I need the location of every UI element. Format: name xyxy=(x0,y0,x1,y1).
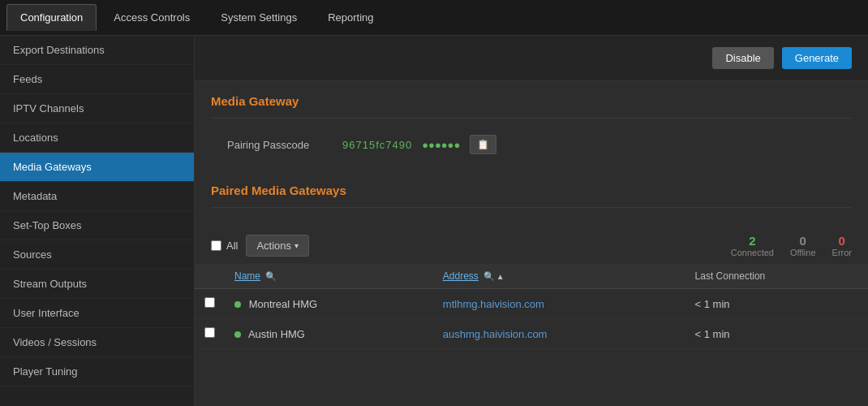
paired-gateways-section: Paired Media Gateways xyxy=(195,171,868,227)
sort-address-link[interactable]: Address xyxy=(443,270,479,282)
row2-name: Austin HMG xyxy=(248,328,305,340)
pairing-passcode-row: Pairing Passcode 96715fc7490 ●●●●●● 📋 xyxy=(211,132,852,164)
connected-count: 2 xyxy=(731,234,774,248)
actions-label: Actions xyxy=(256,240,291,252)
select-all-checkbox[interactable] xyxy=(211,240,221,251)
row1-name: Montreal HMG xyxy=(249,298,318,310)
disable-button[interactable]: Disable xyxy=(712,47,773,69)
sidebar-item-iptv-channels[interactable]: IPTV Channels xyxy=(0,94,194,123)
sidebar-item-stream-outputs[interactable]: Stream Outputs xyxy=(0,270,194,299)
table-header: Name 🔍 Address 🔍 ▲ Last Connection xyxy=(195,264,868,289)
tab-system-settings[interactable]: System Settings xyxy=(207,4,311,31)
th-address: Address 🔍 ▲ xyxy=(433,264,685,289)
main-content: Disable Generate Media Gateway Pairing P… xyxy=(195,36,868,406)
stat-offline: 0 Offline xyxy=(790,234,816,257)
sort-asc-icon: ▲ xyxy=(496,272,505,281)
row2-address-link[interactable]: aushmg.haivision.com xyxy=(443,328,548,340)
row2-status-dot xyxy=(234,331,241,338)
offline-count: 0 xyxy=(790,234,816,248)
search-name-icon[interactable]: 🔍 xyxy=(265,271,277,282)
row1-name-cell: Montreal HMG xyxy=(225,289,433,319)
sidebar-item-set-top-boxes[interactable]: Set-Top Boxes xyxy=(0,211,194,240)
paired-gateways-title: Paired Media Gateways xyxy=(211,184,852,197)
table-body: Montreal HMG mtlhmg.haivision.com < 1 mi… xyxy=(195,289,868,349)
media-gateway-title: Media Gateway xyxy=(211,94,852,108)
all-label: All xyxy=(226,240,238,252)
section-divider xyxy=(211,118,852,119)
row1-address-link[interactable]: mtlhmg.haivision.com xyxy=(443,298,544,310)
row1-address-cell: mtlhmg.haivision.com xyxy=(433,289,685,319)
sidebar-item-feeds[interactable]: Feeds xyxy=(0,65,194,94)
error-count: 0 xyxy=(832,234,852,248)
row1-checkbox[interactable] xyxy=(204,297,215,308)
th-checkbox xyxy=(195,264,225,289)
th-name: Name 🔍 xyxy=(225,264,433,289)
sort-name-link[interactable]: Name xyxy=(234,270,260,282)
actions-caret-icon: ▾ xyxy=(294,241,299,250)
row1-checkbox-cell xyxy=(195,289,225,319)
checkbox-all-container: All xyxy=(211,240,238,252)
tab-configuration[interactable]: Configuration xyxy=(6,4,97,31)
sidebar-item-locations[interactable]: Locations xyxy=(0,123,194,153)
sidebar-item-metadata[interactable]: Metadata xyxy=(0,182,194,211)
search-address-icon[interactable]: 🔍 xyxy=(483,271,495,282)
row2-checkbox-cell xyxy=(195,319,225,349)
sidebar-item-sources[interactable]: Sources xyxy=(0,240,194,270)
offline-label: Offline xyxy=(790,248,816,257)
paired-divider xyxy=(211,207,852,208)
connected-label: Connected xyxy=(731,248,774,257)
stat-connected: 2 Connected xyxy=(731,234,774,257)
stat-error: 0 Error xyxy=(832,234,852,257)
sidebar-item-user-interface[interactable]: User Interface xyxy=(0,299,194,328)
row2-checkbox[interactable] xyxy=(204,327,215,338)
row2-last-connection: < 1 min xyxy=(685,319,868,349)
error-label: Error xyxy=(832,248,852,257)
pairing-code-masked: ●●●●●● xyxy=(422,139,460,151)
app-layout: Export Destinations Feeds IPTV Channels … xyxy=(0,36,868,406)
stats-right: 2 Connected 0 Offline 0 Error xyxy=(731,234,852,257)
row1-last-connection: < 1 min xyxy=(685,289,868,319)
media-gateway-section: Media Gateway Pairing Passcode 96715fc74… xyxy=(195,81,868,171)
pairing-label: Pairing Passcode xyxy=(227,139,333,151)
th-last-connection: Last Connection xyxy=(685,264,868,289)
sidebar-item-media-gateways[interactable]: Media Gateways xyxy=(0,153,194,182)
sidebar: Export Destinations Feeds IPTV Channels … xyxy=(0,36,195,406)
table-row: Austin HMG aushmg.haivision.com < 1 min xyxy=(195,319,868,349)
sidebar-item-videos-sessions[interactable]: Videos / Sessions xyxy=(0,328,194,357)
row2-address-cell: aushmg.haivision.com xyxy=(433,319,685,349)
copy-passcode-button[interactable]: 📋 xyxy=(470,135,496,154)
tab-access-controls[interactable]: Access Controls xyxy=(100,4,204,31)
table-row: Montreal HMG mtlhmg.haivision.com < 1 mi… xyxy=(195,289,868,319)
gateways-table: Name 🔍 Address 🔍 ▲ Last Connection xyxy=(195,264,868,349)
stats-bar: All Actions ▾ 2 Connected 0 Offline 0 Er… xyxy=(195,227,868,264)
row2-name-cell: Austin HMG xyxy=(225,319,433,349)
sidebar-item-export-destinations[interactable]: Export Destinations xyxy=(0,36,194,65)
pairing-code-value: 96715fc7490 xyxy=(342,139,412,151)
generate-button[interactable]: Generate xyxy=(782,47,852,69)
top-nav: Configuration Access Controls System Set… xyxy=(0,0,868,36)
passcode-bar: Disable Generate xyxy=(195,36,868,81)
actions-button[interactable]: Actions ▾ xyxy=(246,235,309,257)
sidebar-item-player-tuning[interactable]: Player Tuning xyxy=(0,357,194,387)
row1-status-dot xyxy=(234,301,241,308)
tab-reporting[interactable]: Reporting xyxy=(314,4,387,31)
